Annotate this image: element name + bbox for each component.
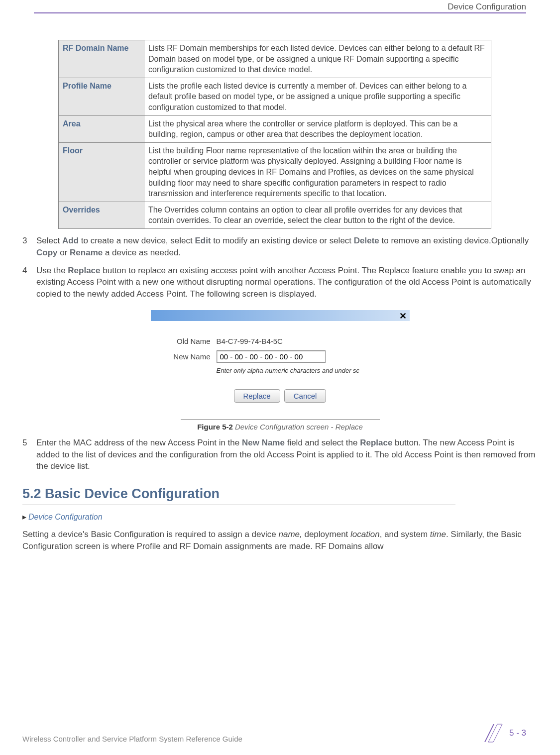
footer-chevron-icon	[483, 723, 503, 743]
replace-button[interactable]: Replace	[234, 389, 280, 403]
step-text: Enter the MAC address of the new Access …	[36, 437, 538, 472]
table-row: Overrides The Overrides column contains …	[59, 202, 491, 228]
step-4: 4 Use the Replace button to replace an e…	[22, 265, 538, 300]
step-text: Select Add to create a new device, selec…	[36, 235, 538, 259]
term-cell: Profile Name	[59, 78, 144, 115]
breadcrumb-arrow-icon: ▸	[22, 513, 26, 521]
edit-keyword: Edit	[195, 236, 211, 245]
term-cell: Area	[59, 115, 144, 142]
term-cell: RF Domain Name	[59, 40, 144, 78]
step-number: 3	[22, 235, 36, 259]
step-number: 5	[22, 437, 36, 472]
delete-keyword: Delete	[354, 236, 379, 245]
section-rule	[22, 505, 455, 505]
cancel-button[interactable]: Cancel	[284, 389, 327, 403]
desc-cell: The Overrides column contains an option …	[144, 202, 491, 228]
table-row: Profile Name Lists the profile each list…	[59, 78, 491, 115]
copy-keyword: Copy	[36, 248, 58, 257]
rename-keyword: Rename	[70, 248, 103, 257]
section-heading: 5.2 Basic Device Configuration	[22, 486, 538, 502]
desc-cell: List the physical area where the control…	[144, 115, 491, 142]
figure-label: Figure 5-2	[197, 423, 233, 431]
add-keyword: Add	[62, 236, 79, 245]
table-row: Area List the physical area where the co…	[59, 115, 491, 142]
figure-description: Device Configuration screen - Replace	[233, 423, 363, 431]
page-footer: Wireless Controller and Service Platform…	[22, 723, 526, 743]
replace-keyword: Replace	[360, 438, 392, 447]
dialog-titlebar: ✕	[151, 310, 410, 321]
input-hint: Enter only alpha-numeric characters and …	[217, 367, 400, 374]
figure-caption: Figure 5-2 Device Configuration screen -…	[181, 419, 380, 431]
replace-dialog-figure: ✕ Old Name B4-C7-99-74-B4-5C New Name En…	[151, 310, 410, 431]
dialog-body: Old Name B4-C7-99-74-B4-5C New Name Ente…	[151, 321, 410, 410]
step-5: 5 Enter the MAC address of the new Acces…	[22, 437, 538, 472]
definitions-table: RF Domain Name Lists RF Domain membershi…	[58, 40, 491, 229]
old-name-label: Old Name	[161, 337, 217, 345]
table-row: Floor List the building Floor name repre…	[59, 142, 491, 202]
desc-cell: List the building Floor name representat…	[144, 142, 491, 202]
step-number: 4	[22, 265, 36, 300]
old-name-value: B4-C7-99-74-B4-5C	[217, 336, 283, 346]
step-3: 3 Select Add to create a new device, sel…	[22, 235, 538, 259]
term-cell: Floor	[59, 142, 144, 202]
header-rule	[34, 12, 526, 13]
desc-cell: Lists the profile each listed device is …	[144, 78, 491, 115]
header-chapter-title: Device Configuration	[448, 2, 526, 12]
breadcrumb: ▸Device Configuration	[22, 512, 538, 522]
term-cell: Overrides	[59, 202, 144, 228]
newname-keyword: New Name	[242, 438, 285, 447]
new-name-input[interactable]	[217, 350, 326, 363]
page-number: 5 - 3	[509, 728, 526, 738]
close-icon[interactable]: ✕	[399, 311, 407, 322]
step-text: Use the Replace button to replace an exi…	[36, 265, 538, 300]
new-name-label: New Name	[161, 352, 217, 361]
footer-title: Wireless Controller and Service Platform…	[22, 735, 242, 743]
table-row: RF Domain Name Lists RF Domain membershi…	[59, 40, 491, 78]
breadcrumb-link[interactable]: Device Configuration	[28, 513, 103, 521]
replace-keyword: Replace	[68, 266, 100, 275]
section-paragraph: Setting a device's Basic Configuration i…	[22, 529, 538, 552]
desc-cell: Lists RF Domain memberships for each lis…	[144, 40, 491, 78]
